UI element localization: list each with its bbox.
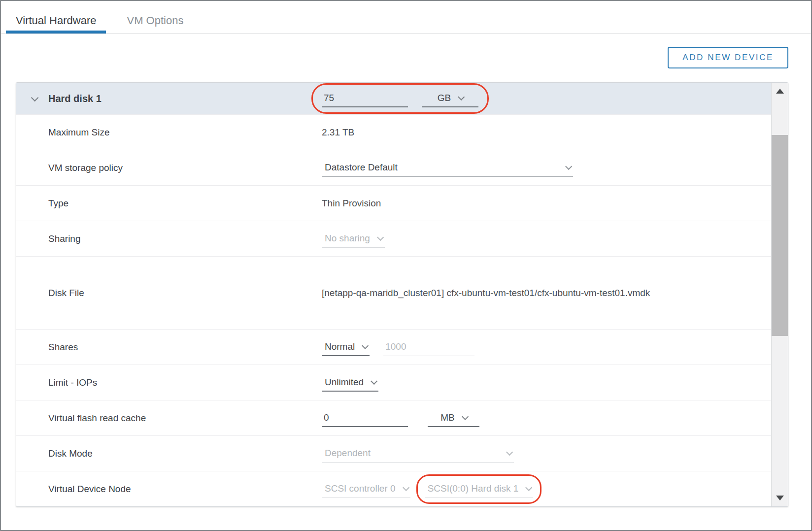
shares-label: Shares — [16, 342, 322, 353]
sharing-value: No sharing — [325, 233, 370, 244]
limit-iops-select[interactable]: Unlimited — [322, 374, 378, 392]
vm-storage-policy-select[interactable]: Datastore Default — [322, 159, 573, 177]
chevron-down-icon[interactable] — [31, 94, 39, 101]
limit-iops-value: Unlimited — [325, 377, 364, 388]
device-node-select[interactable]: SCSI(0:0) Hard disk 1 — [425, 480, 534, 498]
scrollbar[interactable] — [771, 83, 788, 506]
chevron-down-icon — [403, 484, 409, 491]
toolbar: ADD NEW DEVICE — [1, 34, 811, 68]
row-virtual-flash-read-cache: Virtual flash read cache MB — [16, 400, 771, 435]
row-maximum-size: Maximum Size 2.31 TB — [16, 114, 771, 150]
chevron-down-icon — [565, 163, 572, 170]
annotation-oval-device-node: SCSI(0:0) Hard disk 1 — [416, 474, 542, 504]
row-disk-file: Disk File [netapp-qa-maridb_cluster01] c… — [16, 256, 771, 329]
edit-settings-dialog: Virtual Hardware VM Options ADD NEW DEVI… — [0, 0, 812, 531]
flash-cache-unit-value: MB — [440, 412, 455, 423]
row-vm-storage-policy: VM storage policy Datastore Default — [16, 150, 771, 185]
row-type: Type Thin Provision — [16, 185, 771, 221]
disk-size-input[interactable] — [322, 90, 408, 107]
scsi-controller-value: SCSI controller 0 — [325, 483, 396, 494]
add-new-device-button[interactable]: ADD NEW DEVICE — [668, 47, 788, 68]
tab-virtual-hardware[interactable]: Virtual Hardware — [6, 1, 106, 33]
maximum-size-value: 2.31 TB — [322, 127, 354, 138]
device-node-value: SCSI(0:0) Hard disk 1 — [428, 483, 519, 494]
disk-mode-select[interactable]: Dependent — [322, 445, 514, 463]
virtual-device-node-label: Virtual Device Node — [16, 484, 322, 495]
tab-vm-options[interactable]: VM Options — [117, 1, 193, 33]
shares-level-select[interactable]: Normal — [322, 338, 370, 356]
scroll-up-arrow-icon[interactable] — [776, 89, 784, 94]
type-value: Thin Provision — [322, 198, 381, 209]
disk-mode-label: Disk Mode — [16, 448, 322, 459]
type-label: Type — [16, 198, 322, 209]
hard-disk-settings: Hard disk 1 GB Maximum Size 2.31 TB — [16, 83, 771, 506]
scroll-down-arrow-icon[interactable] — [776, 496, 784, 500]
chevron-down-icon — [458, 94, 465, 100]
hard-disk-header-left: Hard disk 1 — [16, 93, 322, 104]
chevron-down-icon — [462, 413, 469, 420]
maximum-size-label: Maximum Size — [16, 127, 322, 138]
chevron-down-icon — [371, 377, 377, 384]
sharing-select[interactable]: No sharing — [322, 230, 385, 248]
disk-size-unit-select[interactable]: GB — [422, 90, 478, 107]
vm-storage-policy-label: VM storage policy — [16, 163, 322, 173]
chevron-down-icon — [525, 484, 532, 491]
chevron-down-icon — [362, 342, 369, 349]
chevron-down-icon — [506, 449, 513, 456]
shares-value-input[interactable] — [383, 338, 474, 356]
virtual-hardware-panel: Hard disk 1 GB Maximum Size 2.31 TB — [16, 82, 788, 507]
scsi-controller-select[interactable]: SCSI controller 0 — [322, 480, 410, 498]
row-limit-iops: Limit - IOPs Unlimited — [16, 365, 771, 400]
row-shares: Shares Normal — [16, 329, 771, 365]
flash-cache-unit-select[interactable]: MB — [428, 409, 479, 427]
annotation-oval-disk-size: GB — [311, 83, 489, 114]
hard-disk-header-row: Hard disk 1 GB — [16, 83, 771, 114]
sharing-label: Sharing — [16, 233, 322, 244]
limit-iops-label: Limit - IOPs — [16, 377, 322, 388]
hard-disk-name: Hard disk 1 — [48, 93, 102, 104]
flash-cache-label: Virtual flash read cache — [16, 413, 322, 424]
flash-cache-input[interactable] — [322, 409, 408, 427]
disk-mode-value: Dependent — [325, 448, 371, 459]
row-sharing: Sharing No sharing — [16, 221, 771, 256]
row-virtual-device-node: Virtual Device Node SCSI controller 0 SC… — [16, 471, 771, 506]
disk-size-unit-value: GB — [438, 93, 451, 103]
tab-bar: Virtual Hardware VM Options — [1, 1, 811, 34]
row-disk-mode: Disk Mode Dependent — [16, 435, 771, 471]
vm-storage-policy-value: Datastore Default — [325, 162, 398, 173]
disk-file-value: [netapp-qa-maridb_cluster01] cfx-ubuntu-… — [322, 282, 657, 304]
shares-level-value: Normal — [325, 341, 355, 352]
disk-file-label: Disk File — [16, 288, 322, 299]
chevron-down-icon — [377, 234, 384, 241]
scrollbar-thumb[interactable] — [772, 135, 788, 336]
